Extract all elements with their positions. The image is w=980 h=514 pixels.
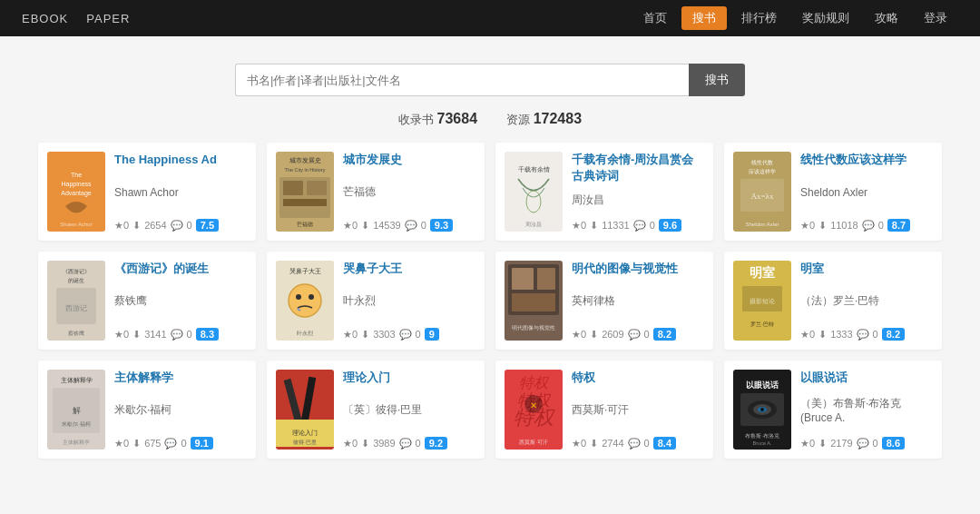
book-stars: ★0: [343, 438, 358, 450]
svg-text:芒福德: 芒福德: [297, 222, 313, 227]
book-title[interactable]: 主体解释学: [114, 370, 247, 386]
brand-paper[interactable]: PAPER: [86, 12, 130, 25]
book-author: 周汝昌: [572, 193, 704, 208]
nav-search[interactable]: 搜书: [681, 6, 727, 30]
book-cover[interactable]: 哭鼻子大王 叶永烈: [276, 261, 334, 341]
book-cover[interactable]: 以眼说话 布鲁斯·布洛克 Bruce A.: [733, 370, 791, 450]
book-cover[interactable]: 特权 特权 特权 ✕ 西莫斯·可汗: [505, 370, 563, 450]
search-input[interactable]: [235, 64, 689, 96]
comment-icon: 💬: [628, 329, 641, 341]
book-title[interactable]: 明代的图像与视觉性: [572, 261, 704, 277]
svg-text:彼得·巴里: 彼得·巴里: [293, 440, 317, 445]
book-title[interactable]: 特权: [572, 370, 704, 386]
svg-text:哭鼻子大王: 哭鼻子大王: [289, 268, 321, 275]
comment-count: 0: [181, 438, 186, 449]
search-button[interactable]: 搜书: [689, 64, 745, 96]
book-card: 哭鼻子大王 叶永烈 哭鼻子大王叶永烈★0⬇3303💬09: [267, 252, 485, 350]
score-badge: 9: [425, 328, 439, 341]
svg-text:叶永烈: 叶永烈: [297, 330, 313, 336]
nav-guide[interactable]: 攻略: [864, 6, 909, 30]
download-icon: ⬇: [590, 438, 598, 450]
book-meta: ★0⬇2744💬08.4: [572, 437, 704, 450]
comment-count: 0: [873, 438, 878, 449]
comment-count: 0: [187, 329, 192, 340]
book-author: Sheldon Axler: [800, 186, 933, 199]
book-stars: ★0: [343, 220, 358, 232]
book-card: 城市发展史 The City in History 芒福德 城市发展史芒福德★0…: [267, 143, 485, 241]
book-cover[interactable]: 城市发展史 The City in History 芒福德: [276, 152, 334, 232]
book-author: 〔英〕彼得·巴里: [343, 402, 475, 418]
svg-text:蔡铁鹰: 蔡铁鹰: [68, 330, 84, 336]
svg-text:布鲁斯·布洛克: 布鲁斯·布洛克: [745, 433, 779, 439]
book-stars: ★0: [800, 438, 815, 450]
comment-icon: 💬: [633, 220, 646, 232]
download-icon: ⬇: [132, 438, 141, 450]
book-title[interactable]: 明室: [800, 261, 933, 277]
book-cover[interactable]: 明室 摄影短论 罗兰·巴特: [733, 261, 791, 341]
nav-links: 首页 搜书 排行榜 奖励规则 攻略 登录: [632, 6, 958, 30]
comment-icon: 💬: [171, 220, 183, 232]
nav-reward[interactable]: 奖励规则: [791, 6, 860, 30]
book-cover[interactable]: 千载有余情 周汝昌: [505, 152, 563, 232]
book-title[interactable]: 千载有余情-周汝昌赏会古典诗词: [572, 152, 704, 184]
book-meta: ★0⬇3989💬09.2: [343, 437, 475, 450]
svg-point-31: [289, 284, 321, 317]
svg-text:西莫斯·可汗: 西莫斯·可汗: [519, 440, 548, 445]
svg-text:《西游记》: 《西游记》: [63, 269, 90, 274]
book-grid: The Happiness Advantage Shawn Achor The …: [27, 143, 953, 480]
svg-text:✕: ✕: [530, 400, 537, 410]
book-stars: ★0: [800, 329, 815, 341]
book-meta: ★0⬇675💬09.1: [114, 437, 247, 450]
book-author: 西莫斯·可汗: [572, 402, 704, 418]
book-cover[interactable]: 理论入门 彼得·巴里: [276, 370, 334, 450]
book-title[interactable]: 以眼说话: [800, 370, 933, 386]
book-meta: ★0⬇3141💬08.3: [114, 328, 247, 341]
book-title[interactable]: 《西游记》的诞生: [114, 261, 247, 277]
comment-count: 0: [416, 329, 421, 340]
download-count: 2609: [602, 329, 623, 340]
book-cover[interactable]: 线性代数 应该这样学 Ax=λx Sheldon Axler: [733, 152, 791, 232]
nav-home[interactable]: 首页: [632, 6, 678, 30]
download-count: 11331: [602, 220, 630, 231]
download-count: 1333: [830, 329, 852, 340]
nav-login[interactable]: 登录: [913, 6, 958, 30]
download-icon: ⬇: [361, 220, 369, 232]
download-icon: ⬇: [818, 438, 827, 450]
nav-ranking[interactable]: 排行榜: [730, 6, 788, 30]
book-title[interactable]: The Happiness Ad: [114, 152, 247, 168]
comment-icon: 💬: [399, 329, 412, 341]
book-cover[interactable]: The Happiness Advantage Shawn Achor: [47, 152, 105, 232]
book-cover[interactable]: 《西游记》 的诞生 西游记 蔡铁鹰: [47, 261, 105, 341]
comment-icon: 💬: [628, 438, 641, 450]
svg-point-33: [309, 294, 314, 300]
book-cover[interactable]: 明代图像与视觉性: [505, 261, 563, 341]
svg-rect-39: [512, 293, 555, 311]
download-count: 3989: [373, 438, 395, 449]
download-count: 2744: [602, 438, 623, 449]
comment-count: 0: [873, 329, 878, 340]
book-meta: ★0⬇11331💬09.6: [572, 219, 704, 232]
book-title[interactable]: 理论入门: [343, 370, 475, 386]
download-icon: ⬇: [132, 329, 141, 341]
brand-ebook[interactable]: EBOOK: [22, 12, 68, 25]
download-icon: ⬇: [590, 329, 598, 341]
score-badge: 8.2: [653, 328, 676, 341]
download-count: 14539: [373, 220, 401, 231]
book-title[interactable]: 哭鼻子大王: [343, 261, 475, 277]
svg-text:明代图像与视觉性: 明代图像与视觉性: [512, 325, 555, 331]
download-count: 3303: [373, 329, 395, 340]
book-meta: ★0⬇2179💬08.6: [800, 437, 933, 450]
book-title[interactable]: 城市发展史: [343, 152, 475, 168]
svg-text:的诞生: 的诞生: [68, 278, 84, 283]
book-card: 《西游记》 的诞生 西游记 蔡铁鹰 《西游记》的诞生蔡铁鹰★0⬇3141💬08.…: [38, 252, 256, 350]
svg-text:Bruce A.: Bruce A.: [753, 440, 772, 446]
svg-text:Advantage: Advantage: [61, 190, 92, 197]
book-title[interactable]: 线性代数应该这样学: [800, 152, 933, 168]
svg-text:应该这样学: 应该这样学: [749, 168, 776, 174]
book-cover[interactable]: 主体解释学 解 米歇尔·福柯 主体解释学: [47, 370, 105, 450]
book-meta: ★0⬇3303💬09: [343, 328, 475, 341]
book-author: 米歇尔·福柯: [114, 402, 247, 418]
comment-icon: 💬: [164, 438, 177, 450]
comment-count: 0: [644, 329, 650, 340]
comment-count: 0: [650, 220, 655, 231]
